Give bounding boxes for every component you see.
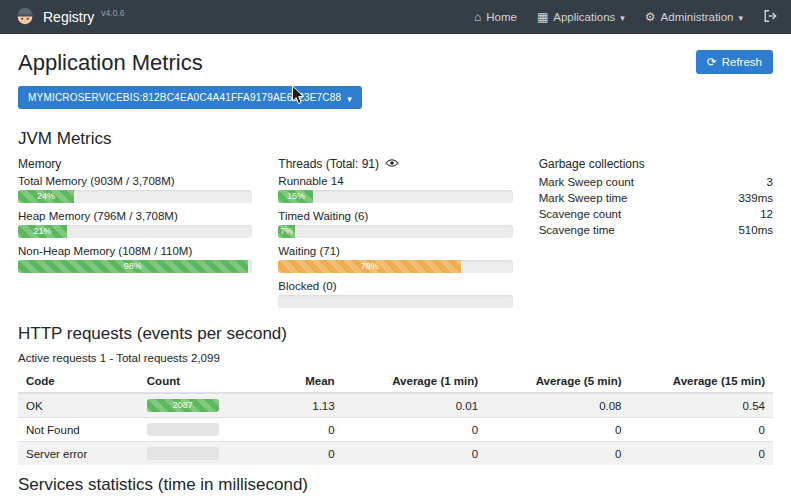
http-requests-summary: Active requests 1 - Total requests 2,099 xyxy=(18,352,773,364)
threads-heading: Threads (Total: 91) xyxy=(278,157,379,171)
brand-version: v4.0.6 xyxy=(101,8,124,18)
gc-value: 510ms xyxy=(738,224,773,236)
nav-home-label: Home xyxy=(486,11,517,23)
table-header-row: Code Count Mean Average (1 min) Average … xyxy=(18,370,773,393)
gc-label: Scavenge time xyxy=(539,224,615,236)
mouse-cursor xyxy=(291,85,306,106)
memory-heading: Memory xyxy=(18,157,252,171)
gc-row: Scavenge time 510ms xyxy=(539,222,773,238)
runnable-label: Runnable 14 xyxy=(278,174,512,188)
gc-label: Scavenge count xyxy=(539,208,621,220)
services-statistics-heading: Services statistics (time in millisecond… xyxy=(18,475,773,495)
timed-waiting-progress: 7% xyxy=(278,225,512,238)
cell-avg5: 0 xyxy=(486,418,629,442)
instance-selector-dropdown[interactable]: MYMICROSERVICEBIS:812BC4EA0C4A41FFA9179A… xyxy=(18,86,362,109)
main-content: Application Metrics ⟳ Refresh MYMICROSER… xyxy=(0,34,791,500)
cell-avg15: 0.54 xyxy=(630,393,773,418)
runnable-progress: 15% xyxy=(278,190,512,203)
http-requests-table: Code Count Mean Average (1 min) Average … xyxy=(18,370,773,465)
count-progress xyxy=(147,447,219,460)
timed-waiting-bar: 7% xyxy=(278,225,294,238)
waiting-bar: 78% xyxy=(278,260,461,273)
table-row: OK 2087 1.13 0.01 0.08 0.54 xyxy=(18,393,773,418)
total-memory-progress: 24% xyxy=(18,190,252,203)
jhipster-logo-icon xyxy=(14,5,36,30)
cell-count xyxy=(139,442,252,466)
cell-avg5: 0.08 xyxy=(486,393,629,418)
col-header-code: Code xyxy=(18,370,139,393)
sign-out-icon xyxy=(763,9,777,25)
col-header-avg1: Average (1 min) xyxy=(343,370,486,393)
col-header-avg5: Average (5 min) xyxy=(486,370,629,393)
navbar-menu: ⌂ Home ▦ Applications ▾ ⚙ Administration… xyxy=(474,9,777,25)
refresh-label: Refresh xyxy=(722,56,762,68)
gc-row: Mark Sweep time 339ms xyxy=(539,190,773,206)
runnable-bar: 15% xyxy=(278,190,313,203)
refresh-button[interactable]: ⟳ Refresh xyxy=(696,50,773,74)
memory-column: Memory Total Memory (903M / 3,708M) 24% … xyxy=(18,157,252,314)
logout-button[interactable] xyxy=(763,9,777,25)
brand[interactable]: Registry v4.0.6 xyxy=(14,5,125,30)
caret-down-icon: ▾ xyxy=(620,13,625,23)
cell-code: Server error xyxy=(18,442,139,466)
waiting-label: Waiting (71) xyxy=(278,244,512,258)
gc-value: 339ms xyxy=(738,192,773,204)
cell-avg1: 0.01 xyxy=(343,393,486,418)
nav-administration[interactable]: ⚙ Administration ▾ xyxy=(645,11,743,23)
cell-avg15: 0 xyxy=(630,442,773,466)
cell-avg15: 0 xyxy=(630,418,773,442)
gc-label: Mark Sweep time xyxy=(539,192,628,204)
cell-count xyxy=(139,418,252,442)
cell-avg1: 0 xyxy=(343,418,486,442)
heap-memory-bar: 21% xyxy=(18,225,67,238)
gc-value: 3 xyxy=(767,176,773,188)
total-memory-label: Total Memory (903M / 3,708M) xyxy=(18,174,252,188)
nav-administration-label: Administration xyxy=(661,11,734,23)
cell-avg5: 0 xyxy=(486,442,629,466)
page-title: Application Metrics xyxy=(18,50,203,76)
heap-memory-label: Heap Memory (796M / 3,708M) xyxy=(18,209,252,223)
total-memory-bar: 24% xyxy=(18,190,74,203)
cell-code: Not Found xyxy=(18,418,139,442)
nav-applications[interactable]: ▦ Applications ▾ xyxy=(537,11,625,23)
cell-avg1: 0 xyxy=(343,442,486,466)
cell-mean: 0 xyxy=(252,418,343,442)
col-header-avg15: Average (15 min) xyxy=(630,370,773,393)
cell-mean: 1.13 xyxy=(252,393,343,418)
nonheap-memory-progress: 98% xyxy=(18,260,252,273)
nav-home[interactable]: ⌂ Home xyxy=(474,11,517,23)
nonheap-memory-bar: 98% xyxy=(18,260,248,273)
table-row: Server error 0 0 0 0 xyxy=(18,442,773,466)
home-icon: ⌂ xyxy=(474,11,481,23)
nonheap-memory-label: Non-Heap Memory (108M / 110M) xyxy=(18,244,252,258)
count-bar: 2087 xyxy=(147,399,219,412)
cell-code: OK xyxy=(18,393,139,418)
timed-waiting-label: Timed Waiting (6) xyxy=(278,209,512,223)
caret-down-icon: ▾ xyxy=(738,13,743,23)
applications-icon: ▦ xyxy=(537,11,548,23)
gc-row: Mark Sweep count 3 xyxy=(539,174,773,190)
gc-heading: Garbage collections xyxy=(539,157,773,171)
col-header-count: Count xyxy=(139,370,252,393)
threads-column: Threads (Total: 91) Runnable 14 15% Time… xyxy=(278,157,512,314)
administration-gear-icon: ⚙ xyxy=(645,11,656,23)
table-row: Not Found 0 0 0 0 xyxy=(18,418,773,442)
count-progress xyxy=(147,423,219,436)
gc-column: Garbage collections Mark Sweep count 3 M… xyxy=(539,157,773,314)
navbar: Registry v4.0.6 ⌂ Home ▦ Applications ▾ … xyxy=(0,0,791,34)
brand-name: Registry xyxy=(43,9,94,25)
caret-down-icon: ▾ xyxy=(347,94,352,104)
blocked-progress xyxy=(278,295,512,308)
waiting-progress: 78% xyxy=(278,260,512,273)
cell-count: 2087 xyxy=(139,393,252,418)
col-header-mean: Mean xyxy=(252,370,343,393)
jvm-metrics-heading: JVM Metrics xyxy=(18,129,773,149)
refresh-icon: ⟳ xyxy=(707,55,717,69)
gc-row: Scavenge count 12 xyxy=(539,206,773,222)
count-progress: 2087 xyxy=(147,399,219,412)
gc-value: 12 xyxy=(760,208,773,220)
http-requests-heading: HTTP requests (events per second) xyxy=(18,324,773,344)
eye-icon[interactable] xyxy=(385,157,399,171)
nav-applications-label: Applications xyxy=(553,11,615,23)
heap-memory-progress: 21% xyxy=(18,225,252,238)
